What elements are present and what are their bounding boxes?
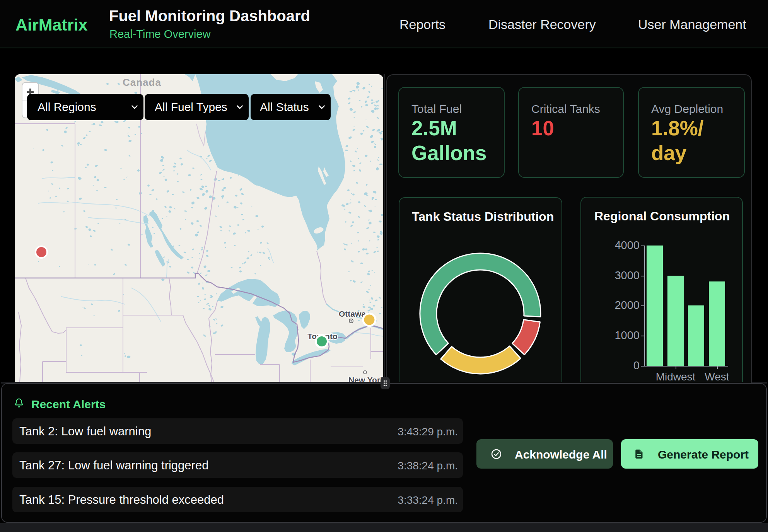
svg-text:Canada: Canada [123, 77, 161, 88]
svg-text:New York: New York [348, 375, 383, 382]
svg-text:Ottawa: Ottawa [339, 309, 366, 318]
